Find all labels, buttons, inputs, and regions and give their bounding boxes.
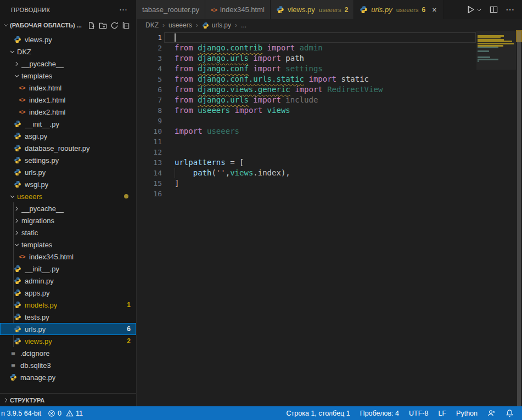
vertical-scrollbar[interactable]: [517, 31, 521, 406]
line-number: 12: [137, 147, 162, 157]
python-icon: [13, 168, 22, 176]
breadcrumb-item[interactable]: ...: [241, 21, 246, 29]
tree-item-templates[interactable]: templates: [0, 70, 136, 82]
code-line-9: 9: [137, 116, 522, 126]
workspace-section-header[interactable]: (РАБОЧАЯ ОБЛАСТЬ) ...: [0, 19, 136, 31]
python-icon: [9, 373, 18, 381]
warning-icon: [66, 410, 74, 417]
python-version-item[interactable]: n 3.9.5 64-bit: [0, 406, 44, 420]
notifications-bell-icon[interactable]: [501, 406, 519, 420]
breadcrumb-separator: ›: [235, 21, 237, 29]
chevron-right-icon: [13, 230, 20, 235]
collapse-all-icon[interactable]: [120, 20, 132, 30]
explorer-header: ПРОВОДНИК ⋯: [0, 0, 136, 19]
encoding-item[interactable]: UTF-8: [404, 406, 433, 420]
modified-dot-badge: [124, 194, 128, 198]
indentation-item[interactable]: Пробелов: 4: [355, 406, 404, 420]
line-number: 6: [137, 84, 162, 95]
code-line-13: 13urlpatterns = [: [137, 157, 522, 168]
tree-item--init-py[interactable]: __init__.py: [0, 263, 136, 275]
tree-item-models-py[interactable]: models.py1: [0, 299, 136, 311]
tree-item-index2-html[interactable]: <>index2.html: [0, 106, 136, 118]
file-list-icon: ≡: [9, 349, 18, 357]
code-line-1: 1: [137, 32, 522, 43]
tree-item-index345-html[interactable]: <>index345.html: [0, 251, 136, 263]
tab-index345-html[interactable]: <>index345.html: [205, 0, 271, 19]
tree-item-admin-py[interactable]: admin.py: [0, 275, 136, 287]
minimap-line: [478, 43, 514, 44]
tree-item-wsgi-py[interactable]: wsgi.py: [0, 178, 136, 190]
breadcrumb-item[interactable]: useeers: [169, 21, 192, 29]
vscode-window: ПРОВОДНИК ⋯ (РАБОЧАЯ ОБЛАСТЬ) ...: [0, 0, 522, 420]
code-line-3: 3from django.urls import path: [137, 53, 522, 64]
minimap-line: [478, 35, 504, 37]
tree-item-tests-py[interactable]: tests.py: [0, 311, 136, 323]
close-tab-icon[interactable]: ×: [431, 5, 437, 14]
tree-item-templates[interactable]: templates: [0, 239, 136, 251]
html-icon: <>: [18, 97, 26, 103]
language-mode-item[interactable]: Python: [451, 406, 482, 420]
explorer-sidebar: ПРОВОДНИК ⋯ (РАБОЧАЯ ОБЛАСТЬ) ...: [0, 0, 137, 406]
more-actions-icon[interactable]: ⋯: [506, 4, 514, 15]
editor-group: tabase_roouter.py<>index345.html views.p…: [137, 0, 522, 406]
tab-urls-py[interactable]: urls.pyuseeers6×: [354, 0, 444, 19]
run-icon[interactable]: [466, 5, 482, 14]
tree-item-index1-html[interactable]: <>index1.html: [0, 94, 136, 106]
python-icon: [13, 325, 22, 333]
minimap-line: [478, 41, 512, 42]
tree-item-views-py[interactable]: views.py: [0, 33, 136, 46]
tree-item-db-sqlite3[interactable]: ≡db.sqlite3: [0, 359, 136, 371]
tree-item-index-html[interactable]: <>index.html: [0, 82, 136, 94]
tab-views-py[interactable]: views.pyuseeers2: [271, 0, 354, 19]
tree-item-static[interactable]: static: [0, 226, 136, 239]
python-icon: [360, 5, 368, 14]
code-editor[interactable]: 12from django.contrib import admin3from …: [137, 31, 522, 406]
tree-item-database-roouter-py[interactable]: database_roouter.py: [0, 142, 136, 154]
minimap-line: [478, 47, 498, 48]
minimap-line: [478, 45, 503, 47]
tree-item-views-py[interactable]: views.py2: [0, 335, 136, 347]
tab-tabase-roouter-py[interactable]: tabase_roouter.py: [137, 0, 205, 19]
tree-item--dcignore[interactable]: ≡.dcignore: [0, 347, 136, 359]
code-line-15: 15]: [137, 178, 522, 189]
html-icon: <>: [18, 84, 26, 91]
tree-item-manage-py[interactable]: manage.py: [0, 371, 136, 383]
refresh-icon[interactable]: [109, 20, 120, 30]
tree-item--pycache-[interactable]: __pycache__: [0, 58, 136, 70]
tree-item-asgi-py[interactable]: asgi.py: [0, 130, 136, 142]
python-icon: [13, 313, 22, 321]
cursor-position-item[interactable]: Строка 1, столбец 1: [282, 406, 355, 420]
line-number: 16: [137, 189, 162, 199]
tree-item-urls-py[interactable]: urls.py: [0, 166, 136, 178]
breadcrumb-item[interactable]: urls.py: [202, 21, 231, 29]
python-icon: [13, 337, 22, 345]
tree-item-apps-py[interactable]: apps.py: [0, 287, 136, 299]
outline-section-header[interactable]: СТРУКТУРА: [0, 393, 136, 406]
line-number: 2: [137, 43, 162, 53]
tree-item--init-py[interactable]: __init__.py: [0, 118, 136, 130]
new-folder-icon[interactable]: [97, 20, 109, 30]
split-editor-icon[interactable]: [490, 5, 498, 14]
explorer-more-icon[interactable]: ⋯: [117, 5, 130, 15]
code-line-6: 6from django.views.generic import Redire…: [137, 84, 522, 95]
editor-actions: ⋯: [444, 0, 522, 19]
problems-item[interactable]: 0 11: [44, 406, 86, 420]
problems-badge: 1: [127, 301, 131, 309]
new-file-icon[interactable]: [86, 20, 97, 30]
tree-item-urls-py[interactable]: urls.py6: [0, 323, 136, 335]
breadcrumb-item[interactable]: DKZ: [145, 21, 159, 29]
feedback-icon[interactable]: [482, 406, 501, 420]
tree-item--pycache-[interactable]: __pycache__: [0, 202, 136, 214]
tree-item-dkz[interactable]: DKZ: [0, 46, 136, 58]
code-lines: 12from django.contrib import admin3from …: [137, 31, 522, 199]
tree-item-settings-py[interactable]: settings.py: [0, 154, 136, 166]
eol-item[interactable]: LF: [433, 406, 451, 420]
file-tree: views.py DKZ __pycache__ templates<>inde…: [0, 33, 136, 383]
line-number: 14: [137, 168, 162, 178]
warning-count: 11: [76, 410, 83, 417]
minimap[interactable]: [476, 31, 516, 406]
tree-item-useeers[interactable]: useeers: [0, 190, 136, 202]
python-icon: [13, 289, 22, 297]
explorer-title: ПРОВОДНИК: [11, 7, 50, 13]
tree-item-migrations[interactable]: migrations: [0, 214, 136, 226]
